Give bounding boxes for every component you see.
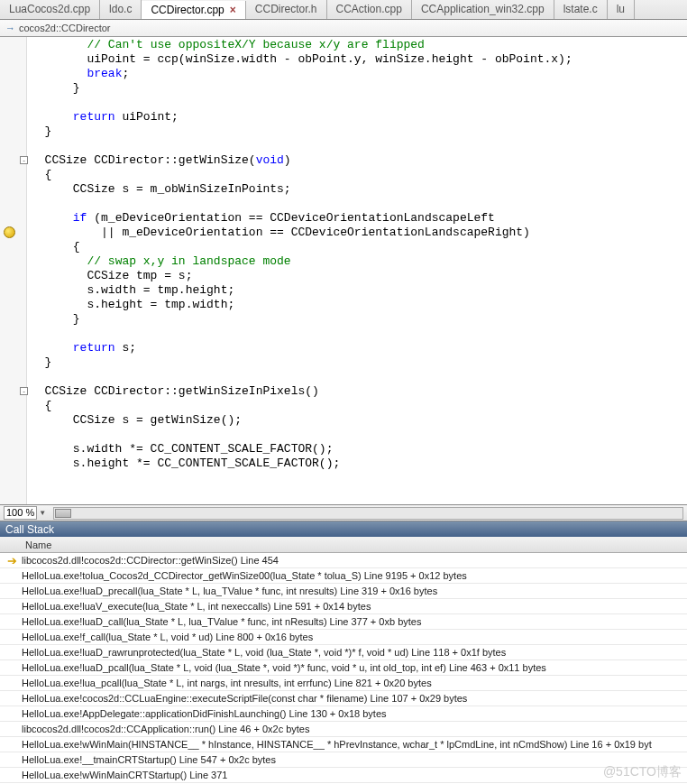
callstack-row[interactable]: HelloLua.exe!luaD_rawrunprotected(lua_St… bbox=[0, 645, 687, 660]
callstack-text: libcocos2d.dll!cocos2d::CCApplication::r… bbox=[20, 724, 309, 734]
code-line[interactable] bbox=[31, 197, 687, 211]
fold-toggle-icon[interactable]: - bbox=[20, 156, 28, 164]
code-line[interactable]: break; bbox=[31, 67, 687, 81]
callstack-text: HelloLua.exe!cocos2d::CCLuaEngine::execu… bbox=[20, 693, 467, 704]
breadcrumb-text: cocos2d::CCDirector bbox=[19, 23, 110, 33]
callstack-text: HelloLua.exe!lua_pcall(lua_State * L, in… bbox=[20, 678, 432, 688]
code-line[interactable]: if (m_eDeviceOrientation == CCDeviceOrie… bbox=[31, 211, 687, 226]
current-frame-icon: ➔ bbox=[4, 554, 20, 567]
callstack-text: HelloLua.exe!AppDelegate::applicationDid… bbox=[20, 708, 387, 719]
tab-lstate-c[interactable]: lstate.c bbox=[554, 0, 608, 19]
code-line[interactable]: CCSize tmp = s; bbox=[31, 269, 687, 283]
code-line[interactable]: uiPoint = ccp(winSize.width - obPoint.y,… bbox=[31, 52, 687, 67]
fold-toggle-icon[interactable]: - bbox=[20, 387, 28, 395]
code-line[interactable]: { bbox=[31, 168, 687, 182]
callstack-row[interactable]: HelloLua.exe!AppDelegate::applicationDid… bbox=[0, 706, 687, 722]
code-line[interactable] bbox=[31, 139, 687, 153]
tab-ccapplication-win32-cpp[interactable]: CCApplication_win32.cpp bbox=[412, 0, 554, 19]
code-line[interactable]: } bbox=[31, 355, 687, 370]
tab-luacocos2d-cpp[interactable]: LuaCocos2d.cpp bbox=[0, 0, 100, 19]
close-icon[interactable]: × bbox=[230, 4, 236, 16]
callstack-row[interactable]: HelloLua.exe!luaV_execute(lua_State * L,… bbox=[0, 599, 687, 614]
code-line[interactable]: } bbox=[31, 125, 687, 139]
code-line[interactable]: // swap x,y in landspace mode bbox=[31, 254, 687, 269]
code-line[interactable]: CCSize CCDirector::getWinSizeInPixels() bbox=[31, 384, 687, 399]
code-line[interactable]: } bbox=[31, 312, 687, 327]
callstack-title: Call Stack bbox=[0, 521, 687, 537]
callstack-text: HelloLua.exe!luaD_rawrunprotected(lua_St… bbox=[20, 647, 506, 658]
callstack-text: HelloLua.exe!tolua_Cocos2d_CCDirector_ge… bbox=[20, 570, 467, 581]
callstack-text: libcocos2d.dll!cocos2d::CCDirector::getW… bbox=[20, 555, 279, 566]
code-line[interactable]: s.height *= CC_CONTENT_SCALE_FACTOR(); bbox=[31, 457, 687, 471]
callstack-list: ➔libcocos2d.dll!cocos2d::CCDirector::get… bbox=[0, 553, 687, 783]
callstack-header[interactable]: Name bbox=[0, 537, 687, 553]
code-line[interactable] bbox=[31, 327, 687, 341]
code-line[interactable]: s.width *= CC_CONTENT_SCALE_FACTOR(); bbox=[31, 442, 687, 457]
scrollbar-thumb[interactable] bbox=[55, 509, 71, 518]
breadcrumb[interactable]: → cocos2d::CCDirector bbox=[0, 20, 687, 37]
code-line[interactable]: CCSize s = m_obWinSizeInPoints; bbox=[31, 182, 687, 197]
tab-lu[interactable]: lu bbox=[608, 0, 635, 19]
callstack-text: HelloLua.exe!__tmainCRTStartup() Line 54… bbox=[20, 754, 276, 765]
callstack-row[interactable]: HelloLua.exe!cocos2d::CCLuaEngine::execu… bbox=[0, 691, 687, 706]
zoom-bar: 100 % ▼ bbox=[0, 505, 687, 521]
callstack-text: HelloLua.exe!luaD_pcall(lua_State * L, v… bbox=[20, 662, 546, 673]
watermark: @51CTO博客 bbox=[603, 764, 682, 780]
callstack-text: HelloLua.exe!luaV_execute(lua_State * L,… bbox=[20, 601, 371, 612]
callstack-row[interactable]: HelloLua.exe!f_call(lua_State * L, void … bbox=[0, 630, 687, 645]
callstack-header-name: Name bbox=[25, 540, 51, 550]
callstack-row[interactable]: HelloLua.exe!luaD_precall(lua_State * L,… bbox=[0, 584, 687, 599]
tab-ccaction-cpp[interactable]: CCAction.cpp bbox=[327, 0, 412, 19]
code-line[interactable] bbox=[31, 471, 687, 485]
callstack-row[interactable]: libcocos2d.dll!cocos2d::CCApplication::r… bbox=[0, 722, 687, 737]
code-line[interactable]: s.width = tmp.height; bbox=[31, 283, 687, 298]
horizontal-scrollbar[interactable] bbox=[53, 507, 683, 520]
breadcrumb-arrow-icon: → bbox=[5, 23, 15, 33]
callstack-text: HelloLua.exe!f_call(lua_State * L, void … bbox=[20, 632, 313, 642]
callstack-text: HelloLua.exe!luaD_precall(lua_State * L,… bbox=[20, 586, 437, 596]
code-line[interactable] bbox=[31, 96, 687, 110]
tab-ccdirector-h[interactable]: CCDirector.h bbox=[246, 0, 327, 19]
callstack-text: HelloLua.exe!luaD_call(lua_State * L, lu… bbox=[20, 616, 421, 627]
code-line[interactable] bbox=[31, 428, 687, 442]
zoom-select[interactable]: 100 % bbox=[4, 506, 37, 520]
code-line[interactable]: } bbox=[31, 81, 687, 96]
code-line[interactable]: || m_eDeviceOrientation == CCDeviceOrien… bbox=[31, 226, 687, 240]
callstack-row[interactable]: HelloLua.exe!lua_pcall(lua_State * L, in… bbox=[0, 676, 687, 691]
callstack-text: HelloLua.exe!wWinMainCRTStartup() Line 3… bbox=[20, 770, 227, 780]
callstack-row[interactable]: HelloLua.exe!luaD_call(lua_State * L, lu… bbox=[0, 614, 687, 630]
callstack-row[interactable]: HelloLua.exe!luaD_pcall(lua_State * L, v… bbox=[0, 660, 687, 676]
callstack-row[interactable]: HelloLua.exe!wWinMainCRTStartup() Line 3… bbox=[0, 768, 687, 783]
code-line[interactable] bbox=[31, 370, 687, 384]
tab-ccdirector-cpp[interactable]: CCDirector.cpp× bbox=[142, 1, 245, 20]
tab-ldo-c[interactable]: ldo.c bbox=[100, 0, 142, 19]
code-line[interactable]: return s; bbox=[31, 341, 687, 355]
code-editor[interactable]: -- // Can't use oppositeX/Y because x/y … bbox=[0, 37, 687, 505]
code-line[interactable]: // Can't use oppositeX/Y because x/y are… bbox=[31, 38, 687, 52]
code-line[interactable]: { bbox=[31, 399, 687, 413]
code-line[interactable]: s.height = tmp.width; bbox=[31, 298, 687, 312]
file-tabs: LuaCocos2d.cppldo.cCCDirector.cpp×CCDire… bbox=[0, 0, 687, 20]
callstack-row[interactable]: HelloLua.exe!__tmainCRTStartup() Line 54… bbox=[0, 752, 687, 768]
editor-gutter: -- bbox=[0, 37, 27, 504]
code-line[interactable]: return uiPoint; bbox=[31, 110, 687, 125]
code-line[interactable]: { bbox=[31, 240, 687, 254]
chevron-down-icon[interactable]: ▼ bbox=[39, 509, 46, 517]
breakpoint-icon[interactable] bbox=[4, 226, 15, 238]
callstack-row[interactable]: HelloLua.exe!wWinMain(HINSTANCE__ * hIns… bbox=[0, 737, 687, 752]
code-line[interactable]: CCSize s = getWinSize(); bbox=[31, 413, 687, 428]
callstack-row[interactable]: ➔libcocos2d.dll!cocos2d::CCDirector::get… bbox=[0, 553, 687, 568]
callstack-row[interactable]: HelloLua.exe!tolua_Cocos2d_CCDirector_ge… bbox=[0, 568, 687, 584]
callstack-text: HelloLua.exe!wWinMain(HINSTANCE__ * hIns… bbox=[20, 739, 652, 750]
code-line[interactable]: CCSize CCDirector::getWinSize(void) bbox=[31, 153, 687, 168]
